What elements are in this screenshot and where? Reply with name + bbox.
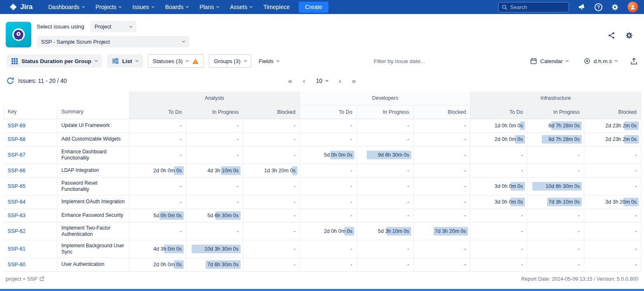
user-avatar[interactable] xyxy=(628,2,638,12)
nav-item-timepiece[interactable]: Timepiece xyxy=(263,4,290,10)
time-format-dropdown[interactable]: d.h.m.s xyxy=(581,58,620,64)
duration-cell: 2d 0h 0m 0s xyxy=(471,132,527,146)
page-size-dropdown[interactable]: 10 xyxy=(316,77,328,84)
issue-key-cell: SSP-64 xyxy=(4,195,57,209)
settings-gear-icon[interactable] xyxy=(611,3,619,11)
issue-key-cell: SSP-61 xyxy=(4,240,57,258)
duration-cell: - xyxy=(300,195,357,209)
duration-cell: - xyxy=(243,119,300,132)
jira-logo[interactable]: Jira xyxy=(9,3,33,11)
nav-item-dashboards[interactable]: Dashboards xyxy=(48,4,84,10)
duration-value: - xyxy=(521,213,523,218)
duration-cell: - xyxy=(300,258,357,271)
issue-key-link[interactable]: SSP-60 xyxy=(8,262,26,268)
refresh-icon[interactable] xyxy=(7,77,14,84)
export-icon[interactable] xyxy=(630,58,637,65)
issue-key-cell: SSP-69 xyxy=(4,119,57,132)
duration-cell: - xyxy=(471,146,527,164)
nav-item-label: Plans xyxy=(199,4,214,10)
duration-cell: - xyxy=(471,258,527,271)
chevron-down-icon xyxy=(244,59,247,62)
view-mode-dropdown[interactable]: List xyxy=(107,54,143,68)
nav-item-boards[interactable]: Boards xyxy=(165,4,188,10)
nav-item-projects[interactable]: Projects xyxy=(96,4,122,10)
fields-dropdown[interactable]: Fields xyxy=(256,58,281,64)
page-size-value: 10 xyxy=(316,77,323,84)
issue-key-link[interactable]: SSP-63 xyxy=(8,213,26,218)
duration-cell: - xyxy=(414,209,471,222)
duration-value: 2d 0h 0m 0s xyxy=(153,262,182,268)
issue-source-value: Project xyxy=(95,23,111,30)
pagination-prev-button[interactable]: ‹ xyxy=(303,77,305,84)
results-bar: Issues: 11 - 20 / 40 « ‹ 10 › » xyxy=(0,70,644,92)
share-icon[interactable] xyxy=(608,32,615,39)
duration-value: - xyxy=(521,228,523,234)
duration-cell: 1d 3h 20m 0s xyxy=(243,164,300,177)
pagination-last-button[interactable]: » xyxy=(352,77,356,84)
groups-filter-dropdown[interactable]: Groups (3) xyxy=(209,54,251,68)
search-input[interactable] xyxy=(510,4,565,10)
duration-value: - xyxy=(464,136,466,142)
issue-source-dropdown[interactable]: Project xyxy=(90,21,136,32)
external-link-icon xyxy=(40,277,44,281)
issue-key-link[interactable]: SSP-64 xyxy=(8,199,26,205)
duration-cell: - xyxy=(527,146,584,164)
table-row: SSP-66LDAP Integration2d 0h 0m 0s4d 3h 1… xyxy=(4,164,641,177)
status-column-header-todo: To Do xyxy=(300,105,357,119)
announcement-icon[interactable] xyxy=(578,3,586,11)
report-type-dropdown[interactable]: Status Duration per Group xyxy=(7,54,102,68)
duration-cell: - xyxy=(357,119,414,132)
duration-cell: - xyxy=(186,222,243,240)
column-header-row: Key Summary To Do In Progress Blocked To… xyxy=(4,105,641,119)
duration-value: 3d 0h 0m 0s xyxy=(494,199,523,205)
statuses-filter-dropdown[interactable]: Statuses (3) xyxy=(148,54,204,68)
report-settings-gear-icon[interactable] xyxy=(625,31,633,40)
issue-key-link[interactable]: SSP-67 xyxy=(8,152,26,158)
duration-value: 7d 3h 20m 0s xyxy=(435,228,466,234)
duration-cell: - xyxy=(357,164,414,177)
pagination-first-button[interactable]: « xyxy=(288,77,292,84)
jql-query-link[interactable]: project = SSP xyxy=(6,276,44,282)
issue-key-link[interactable]: SSP-68 xyxy=(8,136,26,142)
duration-cell: - xyxy=(357,209,414,222)
global-search[interactable] xyxy=(498,2,569,12)
issue-summary: Implement Two-Factor Authentication xyxy=(57,222,129,240)
duration-cell: - xyxy=(414,258,471,271)
status-column-header-todo: To Do xyxy=(129,105,186,119)
create-button[interactable]: Create xyxy=(299,2,328,13)
duration-value: 5d 0h 0m 0s xyxy=(153,213,182,218)
nav-item-plans[interactable]: Plans xyxy=(199,4,219,10)
issue-key-link[interactable]: SSP-62 xyxy=(8,228,26,234)
duration-value: - xyxy=(294,213,295,218)
status-column-header-blocked: Blocked xyxy=(414,105,471,119)
nav-item-label: Timepiece xyxy=(263,4,290,10)
duration-value: 8d 7h 28m 0s xyxy=(548,136,580,142)
nav-item-issues[interactable]: Issues xyxy=(132,4,154,10)
grid-icon xyxy=(12,58,18,64)
issue-key-link[interactable]: SSP-69 xyxy=(8,123,26,129)
duration-cell: - xyxy=(186,119,243,132)
issue-date-filter-input[interactable] xyxy=(374,58,436,64)
chevron-down-icon xyxy=(152,5,155,8)
duration-value: - xyxy=(578,152,580,158)
nav-item-assets[interactable]: Assets xyxy=(230,4,252,10)
chevron-down-icon xyxy=(615,59,618,62)
duration-cell: - xyxy=(186,132,243,146)
duration-value: 5d 3h 10m 0s xyxy=(378,228,409,234)
duration-value: - xyxy=(294,246,295,252)
duration-cell: 7d 3h 10m 0s xyxy=(527,195,584,209)
issue-key-link[interactable]: SSP-65 xyxy=(8,183,26,189)
project-dropdown[interactable]: SSP - Sample Scrum Project xyxy=(37,36,189,47)
calendar-dropdown[interactable]: Calendar xyxy=(528,58,571,64)
duration-cell: - xyxy=(584,258,641,271)
table-row: SSP-60User Authentication2d 0h 0m 0s7d 6… xyxy=(4,258,641,271)
duration-cell: 6d 7h 28m 0s xyxy=(527,119,584,132)
duration-cell: 3d 0h 0m 0s xyxy=(471,195,527,209)
pagination-next-button[interactable]: › xyxy=(339,77,341,84)
nav-item-label: Dashboards xyxy=(48,4,80,10)
issue-key-link[interactable]: SSP-66 xyxy=(8,168,26,174)
help-icon[interactable]: ? xyxy=(595,3,602,11)
chevron-down-icon xyxy=(186,59,189,62)
issue-key-link[interactable]: SSP-61 xyxy=(8,246,26,252)
duration-value: 3d 0h 0m 0s xyxy=(494,183,523,189)
